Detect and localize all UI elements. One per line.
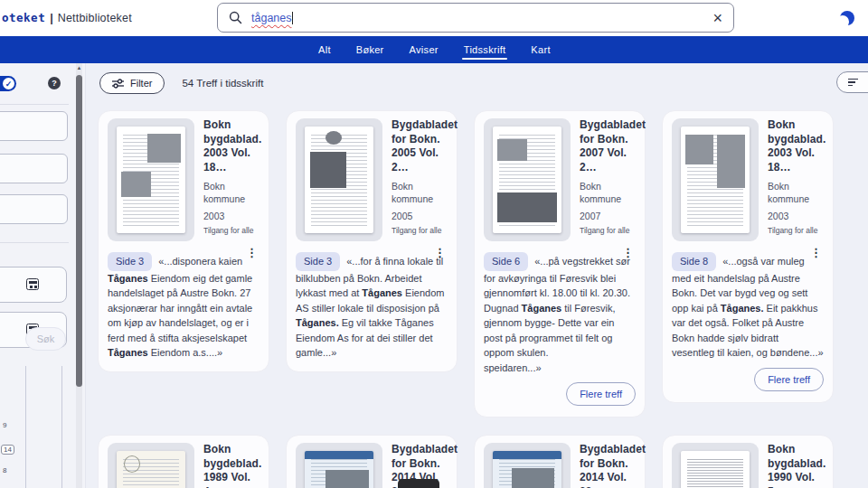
help-icon[interactable]: ?	[48, 77, 61, 89]
publication-thumbnail[interactable]	[296, 443, 382, 488]
page-badge: Side 3	[296, 252, 340, 271]
tab-kart[interactable]: Kart	[518, 36, 562, 63]
sort-icon	[848, 77, 858, 89]
filter-toggle-switch[interactable]: ✓	[0, 76, 16, 91]
result-card[interactable]: Bokn bygdablad. 2003 Vol. 18… Bokn kommu…	[98, 110, 269, 372]
publication-year: 2007	[580, 211, 645, 221]
dark-mode-moon-icon[interactable]	[840, 11, 854, 25]
category-navbar: Alt Bøker Aviser Tidsskrift Kart	[0, 36, 868, 63]
histogram-row: 9	[0, 420, 6, 430]
result-card[interactable]: Bokn bygdablad. 2003 Vol. 18… Bokn kommu…	[662, 110, 834, 403]
publication-title[interactable]: Bokn bygdablad. 2003 Vol. 18…	[203, 118, 261, 174]
access-label: Tilgang for alle	[580, 226, 645, 235]
publication-thumbnail[interactable]	[108, 118, 194, 241]
publication-thumbnail[interactable]	[296, 118, 382, 241]
kebab-menu-icon[interactable]: ⋮	[807, 245, 826, 260]
search-snippet: Side 8«...også var muleg med eit handels…	[672, 252, 824, 361]
publication-year: 2003	[768, 211, 826, 221]
publication-thumbnail[interactable]	[484, 118, 571, 241]
filter-icon	[112, 79, 124, 89]
publication-title[interactable]: Bokn bygdablad. 2003 Vol. 18…	[768, 118, 826, 174]
more-hits-button[interactable]: Flere treff	[566, 382, 636, 406]
scrollbar-up-arrow-icon[interactable]: ▲	[76, 65, 82, 70]
search-icon	[229, 11, 242, 24]
page-badge: Side 8	[672, 252, 716, 271]
filter-button-label: Filter	[130, 78, 152, 89]
result-card[interactable]: Bokn bygdeblad. 1989 Vol. 4… Bokn kultur…	[98, 435, 269, 488]
search-snippet: Side 3«...for å finna lokale til bilklub…	[296, 252, 448, 361]
site-logo[interactable]: oteket|Nettbiblioteket	[2, 11, 132, 24]
tooltip-fragment	[398, 479, 439, 488]
histogram-value-badge: 14	[1, 445, 14, 455]
publication-thumbnail[interactable]	[672, 443, 759, 488]
search-snippet: Side 6«...på vegstrekket sør for avkøyri…	[484, 252, 636, 375]
page-badge: Side 6	[484, 252, 528, 271]
results-toolbar: Filter 54 Treff i tidsskrift	[99, 71, 868, 95]
search-query-text: tåganes	[251, 12, 291, 24]
results-grid: Bokn bygdablad. 2003 Vol. 18… Bokn kommu…	[98, 110, 834, 488]
result-card[interactable]: Bygdabladet for Bokn. 2007 Vol. 2… Bokn …	[474, 110, 646, 418]
logo-site-name: Nettbiblioteket	[58, 12, 132, 24]
result-card[interactable]: Bokn bygdablad. 1990 Vol. 5… Bokn kommun…	[662, 435, 834, 488]
filter-field-1[interactable]	[0, 111, 68, 141]
publication-title[interactable]: Bygdabladet for Bokn. 2005 Vol. 2…	[392, 118, 457, 174]
clear-search-button[interactable]: ×	[712, 10, 722, 26]
histogram-value: 8	[3, 466, 6, 474]
sort-button[interactable]	[836, 71, 868, 93]
histogram-gridline	[61, 366, 62, 488]
kebab-menu-icon[interactable]: ⋮	[618, 245, 637, 260]
search-snippet: Side 3«...disponera kaien Tåganes Eiendo…	[108, 252, 259, 361]
publisher: Bokn kommune	[203, 181, 261, 205]
publication-thumbnail[interactable]	[672, 118, 759, 241]
tab-alt[interactable]: Alt	[306, 36, 344, 63]
filter-field-2[interactable]	[0, 154, 68, 183]
filter-sidebar: ✓ ? Søk 9 14 8 ▲	[0, 63, 86, 488]
logo-fragment: oteket	[2, 11, 45, 24]
page-badge: Side 3	[108, 252, 152, 271]
search-input[interactable]: tåganes ×	[217, 3, 734, 33]
publication-title[interactable]: Bygdabladet for Bokn. 2014 Vol. 29…	[580, 443, 645, 488]
sok-button[interactable]: Søk	[25, 327, 66, 351]
calendar-icon	[26, 278, 39, 290]
tab-aviser[interactable]: Aviser	[397, 36, 451, 63]
filter-field-3[interactable]	[0, 194, 68, 224]
publication-title[interactable]: Bygdabladet for Bokn. 2007 Vol. 2…	[580, 118, 645, 174]
publication-thumbnail[interactable]	[484, 443, 571, 488]
tab-boker[interactable]: Bøker	[344, 36, 397, 63]
more-hits-button[interactable]: Flere treff	[754, 368, 824, 391]
access-label: Tilgang for alle	[392, 226, 457, 235]
kebab-menu-icon[interactable]: ⋮	[242, 245, 261, 260]
publisher: Bokn kommune	[768, 181, 826, 205]
date-from-field[interactable]	[0, 267, 67, 303]
publication-thumbnail[interactable]	[108, 443, 194, 488]
top-header: oteket|Nettbiblioteket tåganes ×	[0, 0, 868, 36]
access-label: Tilgang for alle	[768, 226, 826, 235]
publication-year: 2003	[203, 211, 261, 221]
publication-title[interactable]: Bokn bygdablad. 1990 Vol. 5…	[768, 443, 826, 488]
filter-button[interactable]: Filter	[99, 72, 165, 94]
logo-divider: |	[50, 12, 53, 24]
text-caret	[292, 12, 293, 24]
publisher: Bokn kommune	[580, 181, 645, 205]
publication-title[interactable]: Bokn bygdeblad. 1989 Vol. 4…	[203, 443, 261, 488]
histogram-value: 9	[3, 421, 6, 429]
sidebar-divider	[0, 242, 69, 243]
sidebar-scrollbar-thumb[interactable]	[76, 75, 82, 387]
histogram-row: 8	[0, 465, 6, 475]
result-card[interactable]: Bygdabladet for Bokn. 2014 Vol. 29… Bokn…	[474, 435, 646, 488]
histogram-row: 14	[0, 445, 14, 455]
tab-tidsskrift[interactable]: Tidsskrift	[451, 36, 519, 63]
toggle-check-icon: ✓	[3, 78, 14, 89]
access-label: Tilgang for alle	[203, 226, 261, 235]
sidebar-divider	[0, 104, 69, 105]
histogram-gridline	[25, 366, 26, 488]
publication-year: 2005	[392, 211, 457, 221]
kebab-menu-icon[interactable]: ⋮	[430, 245, 449, 260]
results-count-text: 54 Treff i tidsskrift	[182, 78, 263, 89]
result-card[interactable]: Bygdabladet for Bokn. 2005 Vol. 2… Bokn …	[286, 110, 458, 372]
publisher: Bokn kommune	[392, 181, 457, 205]
